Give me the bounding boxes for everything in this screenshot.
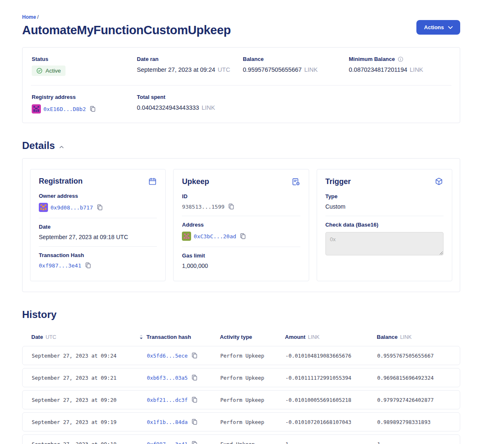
- balance-label: Balance: [243, 56, 349, 62]
- registry-address-link[interactable]: 0xE16D...D8b2: [43, 106, 86, 112]
- page-title: AutomateMyFunctionCustomUpkeep: [22, 23, 231, 37]
- tx-hash-link[interactable]: 0xb6f3...03a5: [147, 375, 188, 381]
- min-balance-value: 0.0870234817201194: [349, 66, 407, 73]
- status-badge-text: Active: [45, 68, 61, 74]
- date-ran-field: Date ran September 27, 2023 at 09:24 UTC: [137, 56, 243, 76]
- owner-blockie-avatar: [39, 203, 48, 212]
- page-header: Home/ AutomateMyFunctionCustomUpkeep Act…: [22, 14, 460, 37]
- row-amount: -0.010104819083665676: [285, 353, 377, 359]
- tx-hash-link[interactable]: 0xbf21...dc3f: [147, 397, 188, 403]
- table-row: September 27, 2023 at 09:24 0x5fd6...5ec…: [22, 346, 460, 365]
- row-date: September 27, 2023 at 09:21: [32, 375, 147, 381]
- upkeep-blockie-avatar: [182, 232, 191, 241]
- row-date: September 27, 2023 at 09:24: [32, 353, 147, 359]
- copy-icon[interactable]: [85, 262, 91, 269]
- trigger-card: Trigger Type Custom Check data (Base16): [317, 169, 452, 281]
- table-row: September 27, 2023 at 09:18 0xf987...3e4…: [22, 434, 460, 444]
- breadcrumb-home-link[interactable]: Home: [22, 14, 36, 20]
- column-header-activity: Activity type: [220, 334, 285, 340]
- registration-card: Registration Owner address 0x9d08...b717: [30, 169, 166, 281]
- min-balance-field: Minimum Balance 0.0870234817201194 LINK: [349, 56, 451, 76]
- breadcrumb-separator: /: [37, 14, 38, 20]
- trigger-type-label: Type: [325, 193, 444, 199]
- upkeep-address-link[interactable]: 0xC3bC...20ad: [194, 233, 236, 240]
- history-heading: History: [22, 309, 460, 320]
- actions-button-label: Actions: [424, 24, 444, 30]
- check-data-input[interactable]: [325, 232, 444, 255]
- copy-icon[interactable]: [89, 106, 96, 112]
- transaction-hash-link[interactable]: 0xf987...3e41: [39, 262, 81, 269]
- row-amount: 1: [285, 441, 377, 444]
- check-data-label: Check data (Base16): [325, 222, 444, 228]
- total-spent-suffix: LINK: [202, 104, 215, 111]
- copy-icon[interactable]: [191, 419, 198, 425]
- trigger-title: Trigger: [325, 177, 351, 186]
- row-date: September 27, 2023 at 09:18: [32, 441, 147, 444]
- sort-icon[interactable]: [139, 334, 143, 340]
- copy-icon[interactable]: [228, 203, 234, 210]
- transaction-hash-field: Transaction Hash 0xf987...3e41: [39, 247, 157, 275]
- collapse-caret-icon[interactable]: [59, 146, 64, 149]
- column-header-date: Date UTC: [31, 334, 146, 340]
- row-balance: 1: [377, 441, 451, 444]
- column-header-hash: Transaction hash: [146, 334, 220, 340]
- summary-card: Status Active Date ran September 27, 202…: [22, 47, 460, 123]
- document-gear-icon: [291, 177, 300, 186]
- trigger-type-field: Type Custom: [325, 188, 444, 216]
- registry-address-field: Registry address 0xE16D...D8b2: [32, 94, 137, 114]
- upkeep-card: Upkeep ID 938513...1599 Address: [173, 169, 309, 281]
- column-header-amount: Amount LINK: [285, 334, 377, 340]
- gas-limit-value: 1,000,000: [182, 262, 208, 269]
- row-activity: Perform Upkeep: [220, 375, 285, 381]
- registry-address-label: Registry address: [32, 94, 137, 100]
- copy-icon[interactable]: [191, 441, 198, 444]
- copy-icon[interactable]: [96, 204, 103, 211]
- registration-title: Registration: [39, 177, 83, 186]
- row-hash: 0xbf21...dc3f: [147, 396, 220, 403]
- history-table: Date UTC Transaction hash Activity type …: [22, 330, 460, 444]
- upkeep-title: Upkeep: [182, 177, 209, 186]
- copy-icon[interactable]: [239, 233, 246, 240]
- date-ran-suffix: UTC: [218, 66, 230, 73]
- table-row: September 27, 2023 at 09:20 0xbf21...dc3…: [22, 390, 460, 409]
- row-hash: 0xf987...3e41: [147, 441, 220, 444]
- row-amount: -0.010111172991055394: [285, 375, 377, 381]
- copy-icon[interactable]: [191, 352, 198, 359]
- copy-icon[interactable]: [191, 396, 198, 403]
- status-field: Status Active: [32, 56, 137, 76]
- row-hash: 0x1f1b...84da: [147, 419, 220, 425]
- date-ran-label: Date ran: [137, 56, 243, 62]
- row-hash: 0xb6f3...03a5: [147, 374, 220, 381]
- check-circle-icon: [36, 68, 43, 74]
- row-balance: 0.9595767505655667: [377, 353, 451, 359]
- status-label: Status: [32, 56, 137, 62]
- actions-button[interactable]: Actions: [416, 20, 460, 35]
- tx-hash-link[interactable]: 0xf987...3e41: [147, 441, 188, 444]
- registration-date-field: Date September 27, 2023 at 09:18 UTC: [39, 218, 157, 247]
- upkeep-id-value: 938513...1599: [182, 204, 224, 210]
- copy-icon[interactable]: [191, 374, 198, 381]
- calendar-icon: [148, 177, 157, 186]
- info-icon[interactable]: [398, 56, 403, 62]
- upkeep-page: Home/ AutomateMyFunctionCustomUpkeep Act…: [22, 0, 460, 444]
- history-table-header: Date UTC Transaction hash Activity type …: [22, 330, 460, 346]
- date-ran-value: September 27, 2023 at 09:24: [137, 66, 215, 73]
- registry-blockie-avatar: [32, 104, 41, 114]
- tx-hash-link[interactable]: 0x5fd6...5ece: [147, 353, 188, 359]
- details-heading: Details: [22, 140, 55, 151]
- details-container: Registration Owner address 0x9d08...b717: [22, 158, 460, 292]
- balance-value: 0.9595767505655667: [243, 66, 302, 73]
- row-balance: 0.9696815696492324: [377, 375, 451, 381]
- row-balance: 0.9797927426402877: [377, 397, 451, 403]
- row-hash: 0x5fd6...5ece: [147, 352, 220, 359]
- owner-address-link[interactable]: 0x9d08...b717: [50, 204, 93, 211]
- gas-limit-label: Gas limit: [182, 252, 300, 259]
- balance-suffix: LINK: [304, 66, 318, 73]
- table-row: September 27, 2023 at 09:21 0xb6f3...03a…: [22, 368, 460, 387]
- row-date: September 27, 2023 at 09:19: [32, 419, 147, 425]
- registration-date-label: Date: [39, 224, 157, 230]
- tx-hash-link[interactable]: 0x1f1b...84da: [147, 419, 188, 425]
- row-activity: Perform Upkeep: [220, 397, 285, 403]
- chevron-down-icon: [448, 26, 453, 29]
- row-activity: Perform Upkeep: [220, 353, 285, 359]
